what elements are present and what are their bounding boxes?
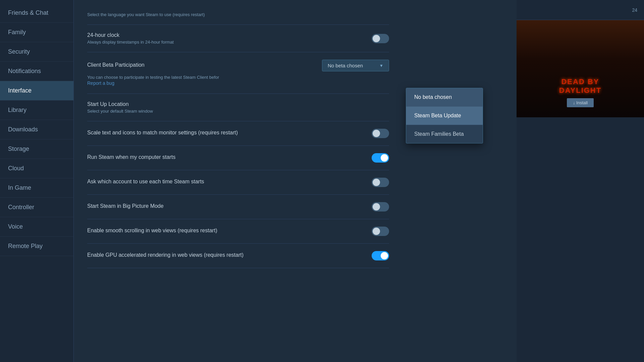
game-title-dead: DEAD BY	[559, 77, 601, 86]
beta-desc: You can choose to participate in testing…	[87, 75, 219, 80]
clock-info: 24-hour clock Always display timestamps …	[87, 32, 372, 45]
sidebar-item-notifications[interactable]: Notifications	[0, 62, 73, 81]
language-desc: Select the language you want Steam to us…	[87, 12, 389, 17]
sidebar: Friends & Chat Family Security Notificat…	[0, 0, 74, 362]
sidebar-item-cloud[interactable]: Cloud	[0, 159, 73, 178]
clock-setting-row: 24-hour clock Always display timestamps …	[87, 25, 389, 52]
scale-label: Scale text and icons to match monitor se…	[87, 130, 372, 136]
startup-setting-row: Start Up Location Select your default St…	[87, 94, 389, 121]
beta-option-no-beta[interactable]: No beta chosen	[406, 88, 483, 107]
gpu-accel-label: Enable GPU accelerated rendering in web …	[87, 252, 372, 258]
gpu-accel-info: Enable GPU accelerated rendering in web …	[87, 252, 372, 259]
ask-account-setting-top: Ask which account to use each time Steam…	[87, 178, 389, 187]
smooth-scroll-setting-row: Enable smooth scrolling in web views (re…	[87, 219, 389, 244]
beta-option-steam-families[interactable]: Steam Families Beta	[406, 125, 483, 143]
sidebar-item-downloads[interactable]: Downloads	[0, 120, 73, 139]
ask-account-toggle-knob	[373, 179, 380, 186]
smooth-scroll-info: Enable smooth scrolling in web views (re…	[87, 228, 372, 235]
startup-label: Start Up Location	[87, 101, 389, 107]
ask-account-toggle[interactable]	[372, 178, 389, 187]
beta-setting-top: Client Beta Participation No beta chosen…	[87, 60, 389, 71]
big-picture-setting-row: Start Steam in Big Picture Mode	[87, 195, 389, 219]
big-picture-info: Start Steam in Big Picture Mode	[87, 203, 372, 210]
right-panel: 24 DEAD BY DAYLIGHT ↓ Install	[517, 0, 644, 362]
beta-label: Client Beta Participation	[87, 62, 322, 68]
sidebar-item-controller[interactable]: Controller	[0, 198, 73, 217]
scale-toggle[interactable]	[372, 129, 389, 138]
run-steam-label: Run Steam when my computer starts	[87, 154, 372, 160]
clock-setting-top: 24-hour clock Always display timestamps …	[87, 32, 389, 45]
right-panel-top: 24	[517, 0, 644, 20]
startup-desc: Select your default Steam window	[87, 109, 389, 114]
gpu-accel-setting-row: Enable GPU accelerated rendering in web …	[87, 244, 389, 268]
beta-dropdown-button[interactable]: No beta chosen ▼	[322, 60, 389, 71]
scale-setting-row: Scale text and icons to match monitor se…	[87, 121, 389, 146]
beta-info: Client Beta Participation	[87, 62, 322, 69]
settings-area: Select the language you want Steam to us…	[74, 0, 402, 282]
main-content: Select the language you want Steam to us…	[74, 0, 517, 362]
smooth-scroll-toggle[interactable]	[372, 227, 389, 236]
beta-setting-row: Client Beta Participation No beta chosen…	[87, 52, 389, 94]
sidebar-item-security[interactable]: Security	[0, 42, 73, 62]
sidebar-item-voice[interactable]: Voice	[0, 217, 73, 237]
gpu-accel-setting-top: Enable GPU accelerated rendering in web …	[87, 251, 389, 260]
sidebar-item-remote-play[interactable]: Remote Play	[0, 237, 73, 256]
year-hint: 24	[632, 7, 637, 13]
clock-toggle-knob	[373, 35, 380, 42]
beta-selected-label: No beta chosen	[328, 63, 363, 68]
game-install-button[interactable]: ↓ Install	[559, 98, 601, 107]
run-steam-toggle[interactable]	[372, 153, 389, 163]
run-steam-setting-top: Run Steam when my computer starts	[87, 153, 389, 163]
ask-account-label: Ask which account to use each time Steam…	[87, 179, 372, 185]
scale-toggle-knob	[373, 130, 380, 137]
big-picture-setting-top: Start Steam in Big Picture Mode	[87, 202, 389, 212]
sidebar-item-in-game[interactable]: In Game	[0, 178, 73, 198]
big-picture-toggle[interactable]	[372, 202, 389, 212]
game-art-overlay: DEAD BY DAYLIGHT ↓ Install	[559, 77, 601, 114]
sidebar-item-family[interactable]: Family	[0, 23, 73, 42]
smooth-scroll-setting-top: Enable smooth scrolling in web views (re…	[87, 227, 389, 236]
run-steam-setting-row: Run Steam when my computer starts	[87, 146, 389, 170]
beta-desc-area: You can choose to participate in testing…	[87, 74, 389, 86]
chevron-down-icon: ▼	[379, 63, 383, 68]
scale-setting-top: Scale text and icons to match monitor se…	[87, 129, 389, 138]
beta-dropdown-menu: No beta chosen Steam Beta Update Steam F…	[406, 88, 483, 143]
gpu-accel-toggle[interactable]	[372, 251, 389, 260]
game-art: DEAD BY DAYLIGHT ↓ Install	[517, 20, 644, 117]
ask-account-info: Ask which account to use each time Steam…	[87, 179, 372, 186]
beta-option-steam-beta[interactable]: Steam Beta Update	[406, 107, 483, 125]
big-picture-toggle-knob	[373, 203, 380, 210]
smooth-scroll-toggle-knob	[373, 228, 380, 235]
clock-label: 24-hour clock	[87, 32, 372, 38]
game-title-daylight: DAYLIGHT	[559, 86, 601, 95]
smooth-scroll-label: Enable smooth scrolling in web views (re…	[87, 228, 372, 234]
dead-daylight-art: DEAD BY DAYLIGHT ↓ Install	[517, 20, 644, 117]
gpu-accel-toggle-knob	[381, 252, 388, 259]
scale-info: Scale text and icons to match monitor se…	[87, 130, 372, 137]
language-setting-row: Select the language you want Steam to us…	[87, 3, 389, 25]
big-picture-label: Start Steam in Big Picture Mode	[87, 203, 372, 209]
sidebar-item-interface[interactable]: Interface	[0, 81, 73, 101]
clock-desc: Always display timestamps in 24-hour for…	[87, 40, 372, 45]
report-bug-link[interactable]: Report a bug	[87, 80, 114, 86]
run-steam-info: Run Steam when my computer starts	[87, 154, 372, 162]
sidebar-item-library[interactable]: Library	[0, 101, 73, 120]
sidebar-item-storage[interactable]: Storage	[0, 139, 73, 159]
sidebar-item-friends-chat[interactable]: Friends & Chat	[0, 3, 73, 23]
run-steam-toggle-knob	[381, 154, 388, 162]
ask-account-setting-row: Ask which account to use each time Steam…	[87, 170, 389, 195]
clock-toggle[interactable]	[372, 34, 389, 43]
